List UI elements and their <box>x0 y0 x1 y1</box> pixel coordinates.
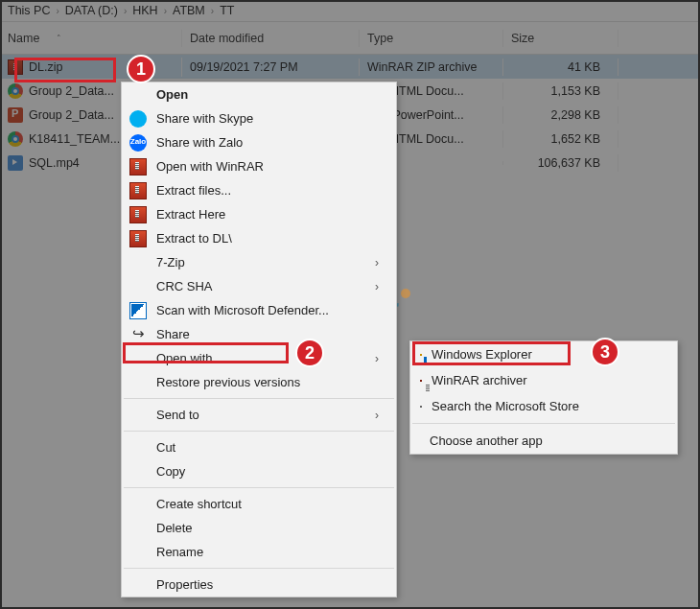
windows-explorer-icon <box>420 354 422 356</box>
chevron-right-icon: › <box>375 256 379 269</box>
column-header-name[interactable]: Name˄ <box>0 30 182 47</box>
winrar-icon <box>129 182 147 199</box>
file-size: 41 KB <box>503 59 618 76</box>
winrar-icon <box>129 206 147 223</box>
menu-separator <box>124 487 394 488</box>
submenu-choose-another[interactable]: Choose another app <box>410 428 677 454</box>
file-type: WinRAR ZIP archive <box>360 59 503 76</box>
file-name: Group 2_Data... <box>29 84 114 98</box>
menu-rename[interactable]: Rename <box>122 540 396 564</box>
menu-scan-defender[interactable]: Scan with Microsoft Defender... <box>122 298 396 322</box>
menu-open-winrar[interactable]: Open with WinRAR <box>122 154 396 178</box>
chrome-icon <box>8 131 23 147</box>
chevron-right-icon: › <box>375 409 379 422</box>
chevron-right-icon: › <box>164 6 167 16</box>
menu-open-with[interactable]: Open with› <box>122 346 396 370</box>
open-with-submenu: Windows Explorer WinRAR archiver Search … <box>409 340 678 455</box>
file-name: DL.zip <box>29 60 62 74</box>
breadcrumb-item[interactable]: DATA (D:) <box>65 4 118 17</box>
breadcrumb-item[interactable]: TT <box>220 4 234 17</box>
column-header-date[interactable]: Date modified <box>182 30 360 47</box>
chevron-right-icon: › <box>56 6 58 16</box>
column-header-type[interactable]: Type <box>360 30 503 47</box>
file-size: 2,298 KB <box>503 106 618 124</box>
menu-share[interactable]: ↪Share <box>122 322 396 346</box>
step-badge-1: 1 <box>127 55 155 83</box>
submenu-search-store[interactable]: Search the Microsoft Store <box>410 393 677 419</box>
store-icon <box>420 406 422 408</box>
chevron-right-icon: › <box>375 352 379 365</box>
submenu-winrar-archiver[interactable]: WinRAR archiver <box>410 367 677 393</box>
video-icon <box>8 155 23 171</box>
breadcrumb-item[interactable]: HKH <box>132 4 157 17</box>
chevron-right-icon: › <box>124 6 127 16</box>
menu-extract-here[interactable]: Extract Here <box>122 202 396 226</box>
chrome-icon <box>8 83 23 99</box>
menu-separator <box>124 568 394 569</box>
winrar-icon <box>420 380 422 382</box>
menu-separator <box>124 431 394 432</box>
skype-icon <box>129 110 147 128</box>
step-badge-3: 3 <box>591 338 619 366</box>
file-row[interactable]: DL.zip 09/19/2021 7:27 PM WinRAR ZIP arc… <box>0 55 700 79</box>
file-size: 1,153 KB <box>503 82 618 100</box>
zip-icon <box>8 59 23 75</box>
file-name: Group 2_Data... <box>29 108 114 122</box>
breadcrumb[interactable]: This PC› DATA (D:)› HKH› ATBM› TT <box>0 0 700 22</box>
breadcrumb-item[interactable]: ATBM <box>173 4 205 17</box>
menu-send-to[interactable]: Send to› <box>122 403 396 427</box>
column-headers: Name˄ Date modified Type Size <box>0 22 700 55</box>
chevron-right-icon: › <box>375 280 379 293</box>
submenu-windows-explorer[interactable]: Windows Explorer <box>410 341 677 367</box>
file-name: K18411_TEAM... <box>29 132 120 146</box>
context-menu: Open Share with Skype ZaloShare with Zal… <box>121 82 397 597</box>
menu-open[interactable]: Open <box>122 82 396 106</box>
file-name: SQL.mp4 <box>29 156 80 170</box>
column-header-size[interactable]: Size <box>503 30 618 47</box>
chevron-right-icon: › <box>211 6 214 16</box>
menu-share-zalo[interactable]: ZaloShare with Zalo <box>122 130 396 154</box>
menu-cut[interactable]: Cut <box>122 435 396 459</box>
menu-create-shortcut[interactable]: Create shortcut <box>122 492 396 516</box>
menu-crc-sha[interactable]: CRC SHA› <box>122 274 396 298</box>
menu-share-skype[interactable]: Share with Skype <box>122 106 396 130</box>
menu-extract-files[interactable]: Extract files... <box>122 178 396 202</box>
menu-restore-versions[interactable]: Restore previous versions <box>122 370 396 394</box>
share-icon: ↪ <box>129 326 147 343</box>
menu-separator <box>412 423 675 424</box>
menu-copy[interactable]: Copy <box>122 459 396 483</box>
powerpoint-icon <box>8 107 23 123</box>
file-size: 106,637 KB <box>503 154 618 172</box>
menu-properties[interactable]: Properties <box>122 573 396 597</box>
sort-arrow-icon: ˄ <box>57 34 61 43</box>
winrar-icon <box>129 230 147 247</box>
breadcrumb-item[interactable]: This PC <box>8 4 50 17</box>
defender-icon <box>129 302 147 319</box>
menu-delete[interactable]: Delete <box>122 516 396 540</box>
menu-separator <box>124 398 394 399</box>
file-size: 1,652 KB <box>503 130 618 148</box>
file-date: 09/19/2021 7:27 PM <box>182 59 360 76</box>
zalo-icon: Zalo <box>129 134 147 152</box>
menu-extract-to[interactable]: Extract to DL\ <box>122 226 396 250</box>
winrar-icon <box>129 158 147 176</box>
step-badge-2: 2 <box>295 339 324 367</box>
menu-7zip[interactable]: 7-Zip› <box>122 250 396 274</box>
